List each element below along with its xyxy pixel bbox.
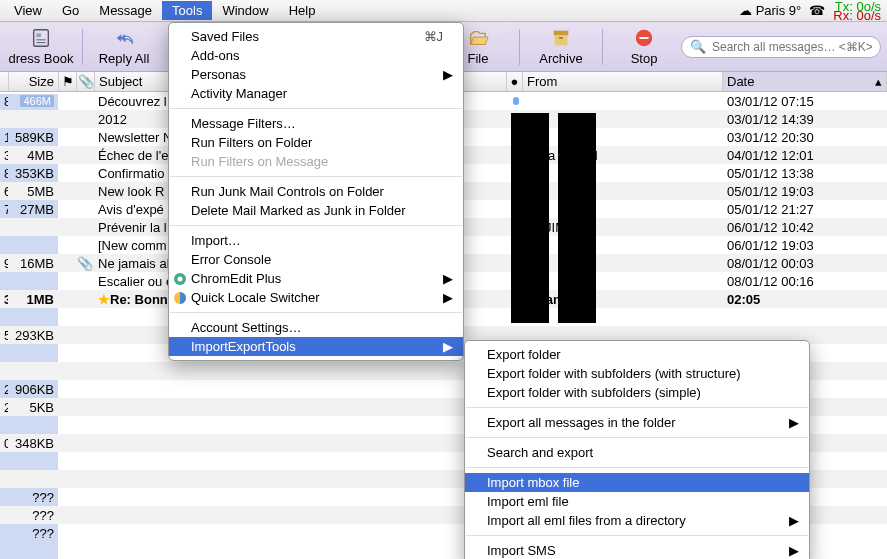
- archive-icon: [550, 27, 572, 49]
- importexporttools-submenu: Export folderExport folder with subfolde…: [464, 340, 810, 559]
- submenu-arrow-icon: ▶: [443, 339, 453, 354]
- search-box[interactable]: 🔍: [681, 36, 881, 58]
- svg-rect-5: [555, 35, 568, 45]
- menu-item[interactable]: Message Filters…: [169, 114, 463, 133]
- col-attachment-icon[interactable]: 📎: [77, 72, 95, 91]
- submenu-arrow-icon: ▶: [789, 513, 799, 528]
- stop-button[interactable]: Stop: [609, 24, 679, 70]
- menu-item[interactable]: Export folder with subfolders (with stru…: [465, 364, 809, 383]
- svg-rect-1: [36, 33, 41, 37]
- col-index[interactable]: [0, 72, 9, 91]
- menu-item[interactable]: Import SMS▶: [465, 541, 809, 559]
- col-date[interactable]: Date▴: [723, 72, 887, 91]
- attachment-icon: [76, 524, 94, 542]
- attachment-icon: [76, 110, 94, 128]
- submenu-arrow-icon: ▶: [789, 543, 799, 558]
- attachment-icon: [76, 380, 94, 398]
- attachment-icon: [76, 344, 94, 362]
- menubar: View Go Message Tools Window Help ☁ Pari…: [0, 0, 887, 22]
- col-from[interactable]: From: [523, 72, 723, 91]
- menubar-item-tools[interactable]: Tools: [162, 1, 212, 20]
- menu-item[interactable]: Saved Files⌘J: [169, 27, 463, 46]
- menu-item[interactable]: Import all eml files from a directory▶: [465, 511, 809, 530]
- menu-item[interactable]: Import…: [169, 231, 463, 250]
- attachment-icon: [76, 164, 94, 182]
- menu-item[interactable]: Run Filters on Folder: [169, 133, 463, 152]
- phone-icon: ☎: [809, 3, 825, 18]
- attachment-icon: [76, 308, 94, 326]
- attachment-icon: [76, 362, 94, 380]
- star-icon: ★: [98, 292, 110, 307]
- menubar-item-message[interactable]: Message: [89, 1, 162, 20]
- menubar-item-go[interactable]: Go: [52, 1, 89, 20]
- menu-item[interactable]: Quick Locale Switcher▶: [169, 288, 463, 307]
- menu-item[interactable]: Run Junk Mail Controls on Folder: [169, 182, 463, 201]
- menu-item[interactable]: ChromEdit Plus▶: [169, 269, 463, 288]
- col-size[interactable]: Size: [9, 72, 59, 91]
- menu-item[interactable]: Export folder: [465, 345, 809, 364]
- menu-item: Run Filters on Message: [169, 152, 463, 171]
- menu-item[interactable]: Error Console: [169, 250, 463, 269]
- menu-item[interactable]: Export all messages in the folder▶: [465, 413, 809, 432]
- attachment-icon: [76, 290, 94, 308]
- submenu-arrow-icon: ▶: [789, 415, 799, 430]
- menu-item[interactable]: Add-ons: [169, 46, 463, 65]
- menu-item[interactable]: Import mbox file: [465, 473, 809, 492]
- svg-rect-6: [559, 37, 563, 39]
- menubar-item-help[interactable]: Help: [279, 1, 326, 20]
- menu-item[interactable]: Activity Manager: [169, 84, 463, 103]
- attachment-icon: [76, 146, 94, 164]
- submenu-arrow-icon: ▶: [443, 271, 453, 286]
- weather-status: ☁ Paris 9°: [739, 3, 801, 18]
- attachment-icon: [76, 434, 94, 452]
- attachment-icon: [76, 92, 94, 110]
- menu-item[interactable]: Personas▶: [169, 65, 463, 84]
- stop-icon: [633, 27, 655, 49]
- attachment-icon: [76, 506, 94, 524]
- svg-rect-8: [639, 37, 648, 39]
- col-read-icon[interactable]: ●: [507, 72, 523, 91]
- menu-item[interactable]: Account Settings…: [169, 318, 463, 337]
- attachment-icon: [76, 182, 94, 200]
- svg-rect-0: [34, 30, 49, 47]
- search-icon: 🔍: [690, 39, 706, 54]
- archive-button[interactable]: Archive: [526, 24, 596, 70]
- attachment-icon: [76, 128, 94, 146]
- col-flag-icon[interactable]: ⚑: [59, 72, 77, 91]
- file-icon: [467, 27, 489, 49]
- svg-rect-4: [554, 31, 569, 36]
- attachment-icon: [76, 200, 94, 218]
- attachment-icon: [76, 398, 94, 416]
- submenu-arrow-icon: ▶: [443, 67, 453, 82]
- tools-menu: Saved Files⌘JAdd-onsPersonas▶Activity Ma…: [168, 22, 464, 361]
- svg-point-10: [178, 276, 183, 281]
- submenu-arrow-icon: ▶: [443, 290, 453, 305]
- menubar-item-window[interactable]: Window: [212, 1, 278, 20]
- attachment-icon: [76, 326, 94, 344]
- network-rate: Tx: 0o/s Rx: 0o/s: [833, 2, 881, 20]
- attachment-icon: [76, 416, 94, 434]
- attachment-icon: [76, 488, 94, 506]
- search-input[interactable]: [712, 40, 872, 54]
- menubar-item-view[interactable]: View: [4, 1, 52, 20]
- attachment-icon: [76, 236, 94, 254]
- attachment-icon: [76, 272, 94, 290]
- addressbook-button[interactable]: dress Book: [6, 24, 76, 70]
- sort-asc-icon: ▴: [875, 74, 882, 89]
- attachment-icon: [76, 470, 94, 488]
- menu-item[interactable]: Export folder with subfolders (simple): [465, 383, 809, 402]
- replyall-button[interactable]: Reply All: [89, 24, 159, 70]
- replyall-icon: [113, 27, 135, 49]
- menu-item[interactable]: Search and export: [465, 443, 809, 462]
- menu-item[interactable]: ImportExportTools▶: [169, 337, 463, 356]
- attachment-icon: [76, 452, 94, 470]
- addressbook-icon: [30, 27, 52, 49]
- attachment-icon: [76, 218, 94, 236]
- menu-item[interactable]: Import eml file: [465, 492, 809, 511]
- attachment-icon: 📎: [76, 254, 94, 272]
- menu-item[interactable]: Delete Mail Marked as Junk in Folder: [169, 201, 463, 220]
